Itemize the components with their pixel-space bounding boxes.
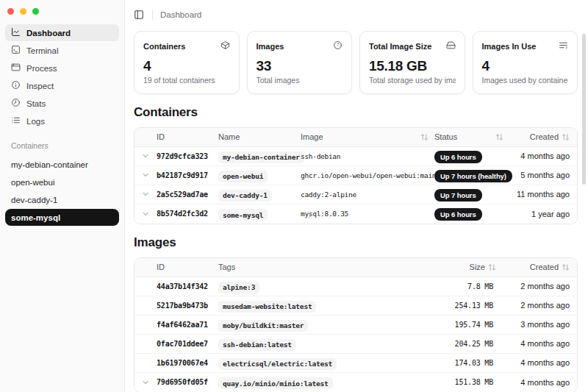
sort-icon[interactable] bbox=[562, 263, 570, 271]
card-subtitle: Total storage used by images bbox=[369, 76, 456, 85]
main-content: Dashboard Containers 4 19 of total conta… bbox=[125, 0, 588, 392]
container-created: 5 months ago bbox=[509, 171, 577, 179]
clock-icon bbox=[11, 98, 21, 109]
image-row[interactable]: 79d6950fd05f quay.io/minio/minio:latest … bbox=[135, 373, 577, 392]
sort-icon[interactable] bbox=[420, 133, 429, 141]
container-name-badge: my-debian-container bbox=[218, 152, 304, 163]
sidebar-item-dashboard[interactable]: Dashboard bbox=[5, 24, 119, 41]
card-title: Images In Use bbox=[482, 42, 537, 51]
sidebar-item-process[interactable]: Process bbox=[5, 60, 119, 76]
container-id: 2a5c529ad7ae bbox=[157, 190, 218, 199]
image-row[interactable]: 44a37b14f342 alpine:3 7.8 MB 2 months ag… bbox=[135, 277, 577, 296]
image-size: 7.8 MB bbox=[424, 282, 503, 291]
container-item-label: my-debian-container bbox=[11, 160, 88, 169]
image-created: 2 months ago bbox=[503, 301, 577, 310]
terminal-icon bbox=[11, 45, 21, 56]
container-name-badge: open-webui bbox=[218, 171, 268, 182]
container-row[interactable]: 2a5c529ad7ae dev-caddy-1 caddy:2-alpine … bbox=[135, 185, 577, 204]
stat-card-total-image-size: Total Image Size 15.18 GB Total storage … bbox=[359, 31, 465, 94]
status-badge: Up 7 hours bbox=[434, 189, 482, 202]
images-table-body: 44a37b14f342 alpine:3 7.8 MB 2 months ag… bbox=[135, 277, 577, 392]
container-row[interactable]: b42187c9d917 open-webui ghcr.io/open-web… bbox=[135, 166, 577, 185]
sidebar: Dashboard Terminal Process Inspect Stats… bbox=[0, 0, 125, 392]
image-size: 254.13 MB bbox=[424, 302, 503, 310]
card-value: 4 bbox=[143, 58, 230, 74]
status-badge: Up 6 hours bbox=[434, 208, 482, 221]
sidebar-container-my-debian-container[interactable]: my-debian-container bbox=[5, 156, 119, 173]
image-id: 5217ba9b473b bbox=[157, 302, 218, 310]
close-window-button[interactable] bbox=[7, 8, 14, 15]
image-row[interactable]: 1b61970067e4 electricsql/electric:latest… bbox=[135, 354, 577, 373]
column-header-id: ID bbox=[157, 132, 218, 141]
expand-row-button[interactable] bbox=[135, 152, 157, 160]
stat-card-images-in-use: Images In Use 4 Images used by container… bbox=[473, 31, 578, 94]
container-image: ssh-debian bbox=[301, 152, 434, 160]
list-lines-icon bbox=[559, 40, 568, 53]
container-row[interactable]: 972d9cfca323 my-debian-container ssh-deb… bbox=[135, 147, 577, 166]
image-row[interactable]: f4af6462aa71 moby/buildkit:master 195.74… bbox=[135, 316, 577, 335]
sidebar-item-label: Process bbox=[26, 64, 57, 73]
expand-row-button[interactable] bbox=[135, 190, 157, 199]
image-row[interactable]: 0fac701ddee7 ssh-debian:latest 204.25 MB… bbox=[135, 335, 577, 354]
sidebar-item-stats[interactable]: Stats bbox=[5, 95, 119, 112]
sidebar-item-inspect[interactable]: Inspect bbox=[5, 77, 119, 94]
sort-icon[interactable] bbox=[562, 133, 570, 141]
sort-icon[interactable] bbox=[488, 263, 496, 271]
hard-drive-icon bbox=[446, 40, 456, 53]
column-header-image: Image bbox=[301, 132, 434, 141]
topbar: Dashboard bbox=[134, 7, 578, 22]
container-created: 11 months ago bbox=[509, 190, 577, 199]
expand-row-button[interactable] bbox=[135, 171, 157, 179]
container-item-label: open-webui bbox=[11, 178, 54, 187]
container-image: mysql:8.0.35 bbox=[301, 210, 434, 218]
sidebar-container-open-webui[interactable]: open-webui bbox=[5, 174, 119, 190]
column-header-status: Status bbox=[434, 132, 509, 141]
expand-row-button[interactable] bbox=[135, 378, 157, 387]
disc-icon bbox=[333, 40, 343, 53]
vertical-scrollbar[interactable] bbox=[582, 34, 586, 185]
card-title: Total Image Size bbox=[369, 42, 431, 51]
image-id: f4af6462aa71 bbox=[157, 321, 218, 329]
column-header-created: Created bbox=[509, 132, 577, 141]
sidebar-item-label: Logs bbox=[26, 117, 45, 126]
list-icon bbox=[11, 115, 21, 126]
images-table: ID Tags Size Created 44a37b14f342 alpine… bbox=[134, 257, 578, 392]
card-subtitle: Images used by containers bbox=[482, 76, 569, 85]
container-item-label: some-mysql bbox=[11, 213, 60, 222]
chevron-down-icon bbox=[141, 378, 150, 387]
container-row[interactable]: 8b574d2fc3d2 some-mysql mysql:8.0.35 Up … bbox=[135, 204, 577, 224]
sidebar-item-label: Dashboard bbox=[26, 29, 71, 38]
chevron-down-icon bbox=[141, 171, 150, 179]
containers-table: ID Name Image Status Created 972d9 bbox=[134, 127, 578, 224]
minimize-window-button[interactable] bbox=[20, 8, 26, 15]
image-created: 2 months ago bbox=[503, 282, 577, 291]
container-item-label: dev-caddy-1 bbox=[11, 196, 57, 204]
container-id: b42187c9d917 bbox=[157, 171, 218, 179]
image-size: 195.74 MB bbox=[424, 321, 503, 329]
sidebar-container-dev-caddy-1[interactable]: dev-caddy-1 bbox=[5, 191, 119, 208]
card-subtitle: 19 of total containers bbox=[143, 76, 230, 85]
card-value: 33 bbox=[257, 58, 343, 74]
sidebar-item-terminal[interactable]: Terminal bbox=[5, 42, 119, 59]
sidebar-container-some-mysql[interactable]: some-mysql bbox=[5, 209, 119, 226]
image-tag-badge: musedam-website:latest bbox=[218, 301, 316, 313]
sort-icon[interactable] bbox=[495, 133, 503, 141]
container-created: 4 months ago bbox=[509, 152, 577, 160]
column-header-size: Size bbox=[424, 263, 503, 271]
sidebar-item-logs[interactable]: Logs bbox=[5, 113, 119, 129]
chevron-down-icon bbox=[141, 190, 150, 199]
sidebar-toggle-button[interactable] bbox=[134, 10, 145, 21]
chevron-down-icon bbox=[141, 152, 150, 160]
image-size: 204.25 MB bbox=[424, 340, 503, 348]
image-tag-badge: moby/buildkit:master bbox=[218, 320, 308, 332]
containers-section-title: Containers bbox=[134, 105, 578, 120]
column-header-created: Created bbox=[503, 263, 577, 271]
image-row[interactable]: 5217ba9b473b musedam-website:latest 254.… bbox=[135, 296, 577, 316]
image-created: 4 months ago bbox=[503, 358, 577, 367]
image-id: 79d6950fd05f bbox=[157, 378, 218, 386]
stat-card-images: Images 33 Total images bbox=[247, 31, 353, 94]
zoom-window-button[interactable] bbox=[32, 8, 39, 15]
expand-row-button[interactable] bbox=[135, 210, 157, 218]
image-created: 4 months ago bbox=[503, 378, 577, 387]
container-created: 1 year ago bbox=[509, 210, 577, 218]
